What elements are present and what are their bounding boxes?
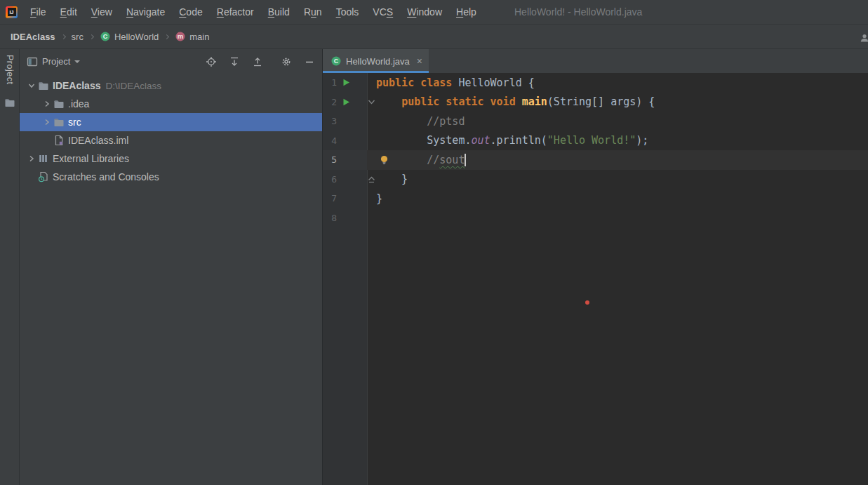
click-indicator-dot <box>585 300 589 305</box>
window-title: HelloWorld! - HelloWorld.java <box>514 0 642 24</box>
tree-item-label: .idea <box>68 98 89 109</box>
tool-window-button-project[interactable]: Project <box>5 53 15 86</box>
menu-item-navigate[interactable]: Navigate <box>119 0 172 24</box>
breadcrumb-item-src[interactable]: src <box>72 32 84 42</box>
expand-all-icon[interactable] <box>229 56 240 67</box>
close-icon[interactable]: × <box>417 55 422 67</box>
menu-item-build[interactable]: Build <box>261 0 297 24</box>
chevron-spacer <box>25 171 37 182</box>
line-body: System.out.println("Hello World!"); <box>367 131 868 151</box>
line-body: } <box>367 189 868 208</box>
line-number: 4 <box>323 135 337 146</box>
tree-item-scratches-and-consoles[interactable]: Scratches and Consoles <box>20 168 322 186</box>
line-number: 3 <box>323 116 337 126</box>
line-body: public class HelloWorld { <box>367 73 868 93</box>
code-line-6: 6 } <box>323 170 868 190</box>
line-number: 2 <box>323 97 337 107</box>
intellij-logo-icon <box>6 6 18 18</box>
gutter: 8 <box>323 208 367 228</box>
code-text: System.out.println("Hello World!"); <box>376 134 648 147</box>
code-token: HelloWorld { <box>458 77 534 89</box>
code-token: (String[] args) { <box>547 95 655 108</box>
tree-item-path: D:\IDEAclass <box>105 81 161 91</box>
menu-item-code[interactable]: Code <box>172 0 210 24</box>
left-tool-strip: Project <box>0 49 20 485</box>
code-token: } <box>376 192 382 205</box>
code-token <box>376 115 427 128</box>
tree-item-label: IDEAclass.iml <box>68 135 128 146</box>
breadcrumb-separator-icon <box>61 34 66 39</box>
code-text: public class HelloWorld { <box>376 77 535 89</box>
tree-item-external-libraries[interactable]: External Libraries <box>20 150 322 168</box>
run-icon[interactable] <box>337 98 367 106</box>
breadcrumb-item-ideaclass[interactable]: IDEAclass <box>11 32 55 42</box>
menu-item-run[interactable]: Run <box>297 0 329 24</box>
code-line-2: 2 public static void main(String[] args)… <box>323 93 868 112</box>
breadcrumb-item-helloworld[interactable]: CHelloWorld <box>100 31 159 42</box>
panel-title[interactable]: Project <box>42 56 70 67</box>
code-editor[interactable]: 1public class HelloWorld {2 public stati… <box>323 73 868 485</box>
main-area: Project Project IDEAclassD:\IDEAclass.id… <box>0 48 868 485</box>
tree-item-ideaclass[interactable]: IDEAclassD:\IDEAclass <box>20 77 322 95</box>
library-icon <box>37 153 49 164</box>
settings-icon[interactable] <box>281 56 292 67</box>
svg-text:C: C <box>103 33 108 40</box>
run-icon[interactable] <box>337 79 367 86</box>
code-line-7: 7} <box>323 189 868 208</box>
panel-toolbar <box>206 56 315 67</box>
code-token: sout <box>439 154 465 166</box>
line-body: } <box>367 170 868 190</box>
folder-icon <box>53 98 65 109</box>
line-body: //sout <box>367 150 868 170</box>
locate-icon[interactable] <box>206 56 217 67</box>
line-number: 1 <box>323 77 337 88</box>
menu-item-view[interactable]: View <box>84 0 119 24</box>
chevron-down-icon[interactable] <box>25 80 37 91</box>
gutter: 6 <box>323 170 367 190</box>
folder-icon[interactable] <box>4 97 15 108</box>
editor-column: C HelloWorld.java × 1public class HelloW… <box>323 49 868 485</box>
menu-item-tools[interactable]: Tools <box>329 0 366 24</box>
code-token: "Hello World!" <box>547 134 636 147</box>
code-line-5: 5 //sout <box>323 150 868 170</box>
tab-helloworld-java[interactable]: C HelloWorld.java × <box>323 49 429 73</box>
breadcrumb-item-main[interactable]: mmain <box>175 31 209 42</box>
chevron-right-icon[interactable] <box>25 153 37 164</box>
menu-item-refactor[interactable]: Refactor <box>210 0 261 24</box>
tree-item-idea[interactable]: .idea <box>20 95 322 113</box>
hide-icon[interactable] <box>304 56 315 67</box>
fold-open-icon[interactable] <box>367 98 376 106</box>
code-token: .println( <box>490 134 547 147</box>
breadcrumb-label: HelloWorld <box>114 32 159 42</box>
code-line-3: 3 //ptsd <box>323 112 868 131</box>
tree-item-src[interactable]: src <box>20 113 322 131</box>
line-body: //ptsd <box>367 112 868 131</box>
menu-item-vcs[interactable]: VCS <box>366 0 400 24</box>
line-number: 8 <box>323 213 337 223</box>
chevron-right-icon[interactable] <box>41 98 53 109</box>
menu-item-edit[interactable]: Edit <box>53 0 84 24</box>
scratch-icon <box>37 171 49 182</box>
chevron-down-icon[interactable] <box>74 60 80 63</box>
code-text: } <box>376 192 382 205</box>
tree-item-ideaclass-iml[interactable]: IDEAclass.iml <box>20 131 322 150</box>
project-tree: IDEAclassD:\IDEAclass.ideasrcIDEAclass.i… <box>20 74 322 485</box>
gutter: 3 <box>323 112 367 131</box>
chevron-right-icon[interactable] <box>41 117 53 128</box>
menubar: FileEditViewNavigateCodeRefactorBuildRun… <box>23 0 483 24</box>
menu-item-help[interactable]: Help <box>449 0 483 24</box>
collapse-all-icon[interactable] <box>252 56 263 67</box>
bulb-icon[interactable] <box>379 154 389 165</box>
breadcrumb-label: src <box>72 32 84 42</box>
ide-window: FileEditViewNavigateCodeRefactorBuildRun… <box>0 0 868 485</box>
menu-item-window[interactable]: Window <box>400 0 449 24</box>
code-text: //sout <box>376 154 466 166</box>
user-icon[interactable] <box>859 32 868 44</box>
fold-close-icon[interactable] <box>367 175 376 183</box>
gutter: 1 <box>323 73 367 93</box>
menu-item-file[interactable]: File <box>23 0 53 24</box>
code-lines: 1public class HelloWorld {2 public stati… <box>323 73 868 227</box>
chevron-spacer <box>41 135 53 146</box>
line-number: 5 <box>323 154 337 165</box>
code-token: ); <box>636 134 648 147</box>
